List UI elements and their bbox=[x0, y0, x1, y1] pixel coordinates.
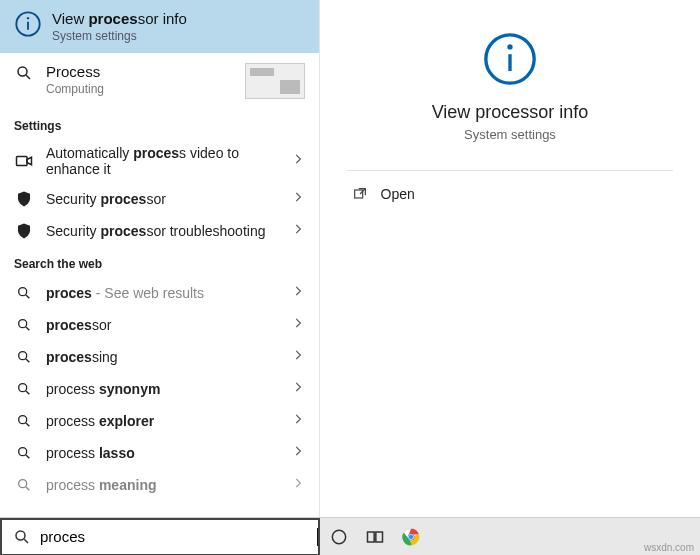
result-process-thumbnail bbox=[245, 63, 305, 99]
open-label: Open bbox=[381, 186, 415, 202]
chevron-right-icon bbox=[291, 222, 305, 240]
shield-icon bbox=[14, 189, 34, 209]
svg-line-11 bbox=[26, 359, 29, 362]
web-item-label: processor bbox=[46, 317, 291, 333]
chevron-right-icon bbox=[291, 152, 305, 170]
web-item[interactable]: processor bbox=[0, 309, 319, 341]
bottom-bar bbox=[0, 517, 700, 555]
settings-item-label: Security processor troubleshooting bbox=[46, 223, 291, 239]
web-item-label: process meaning bbox=[46, 477, 291, 493]
chevron-right-icon bbox=[291, 348, 305, 366]
web-item[interactable]: process lasso bbox=[0, 437, 319, 469]
settings-item-video-enhance[interactable]: Automatically process video to enhance i… bbox=[0, 139, 319, 183]
search-icon bbox=[14, 411, 34, 431]
detail-panel: View processor info System settings Open bbox=[320, 0, 700, 517]
svg-point-14 bbox=[19, 416, 27, 424]
web-item-label: processing bbox=[46, 349, 291, 365]
best-match-text: View processor info System settings bbox=[52, 10, 305, 43]
settings-item-security-processor[interactable]: Security processor bbox=[0, 183, 319, 215]
best-match-title: View processor info bbox=[52, 10, 305, 27]
search-icon bbox=[14, 475, 34, 495]
text-cursor bbox=[317, 528, 318, 546]
search-icon bbox=[14, 443, 34, 463]
open-action[interactable]: Open bbox=[347, 171, 674, 217]
info-icon bbox=[481, 30, 539, 88]
web-item[interactable]: process synonym bbox=[0, 373, 319, 405]
svg-point-6 bbox=[19, 288, 27, 296]
search-box[interactable] bbox=[0, 518, 320, 556]
results-panel: View processor info System settings Proc… bbox=[0, 0, 320, 517]
shield-icon bbox=[14, 221, 34, 241]
settings-list: Automatically process video to enhance i… bbox=[0, 139, 319, 247]
video-icon bbox=[14, 151, 34, 171]
chevron-right-icon bbox=[291, 412, 305, 430]
search-icon bbox=[14, 315, 34, 335]
detail-title: View processor info bbox=[432, 102, 589, 123]
web-list: proces - See web results processor proce… bbox=[0, 277, 319, 501]
svg-point-22 bbox=[507, 44, 512, 49]
chevron-right-icon bbox=[291, 284, 305, 302]
chevron-right-icon bbox=[291, 380, 305, 398]
svg-line-13 bbox=[26, 391, 29, 394]
svg-point-16 bbox=[19, 448, 27, 456]
svg-point-3 bbox=[18, 67, 27, 76]
result-process-subtitle: Computing bbox=[46, 82, 245, 96]
result-process-title: Process bbox=[46, 63, 245, 80]
task-view-icon[interactable] bbox=[364, 526, 386, 548]
svg-line-26 bbox=[24, 539, 28, 543]
web-item-label: process synonym bbox=[46, 381, 291, 397]
search-icon bbox=[14, 379, 34, 399]
web-item[interactable]: process meaning bbox=[0, 469, 319, 501]
search-icon bbox=[14, 283, 34, 303]
svg-point-33 bbox=[409, 534, 413, 538]
web-item-label: process explorer bbox=[46, 413, 291, 429]
svg-line-15 bbox=[26, 423, 29, 426]
result-process-text: Process Computing bbox=[46, 63, 245, 96]
section-header-web: Search the web bbox=[0, 247, 319, 277]
section-header-settings: Settings bbox=[0, 109, 319, 139]
info-icon bbox=[14, 10, 42, 38]
detail-subtitle: System settings bbox=[464, 127, 556, 142]
search-icon bbox=[12, 527, 32, 547]
chevron-right-icon bbox=[291, 476, 305, 494]
settings-item-security-troubleshoot[interactable]: Security processor troubleshooting bbox=[0, 215, 319, 247]
web-item-label: proces - See web results bbox=[46, 285, 291, 301]
chevron-right-icon bbox=[291, 190, 305, 208]
svg-point-10 bbox=[19, 352, 27, 360]
svg-line-17 bbox=[26, 455, 29, 458]
svg-rect-23 bbox=[354, 190, 362, 198]
search-input[interactable] bbox=[40, 528, 316, 545]
chrome-icon[interactable] bbox=[400, 526, 422, 548]
svg-point-25 bbox=[16, 531, 25, 540]
svg-point-12 bbox=[19, 384, 27, 392]
settings-item-label: Automatically process video to enhance i… bbox=[46, 145, 291, 177]
web-item[interactable]: process explorer bbox=[0, 405, 319, 437]
svg-rect-28 bbox=[368, 532, 375, 542]
svg-line-4 bbox=[26, 75, 30, 79]
search-icon bbox=[14, 63, 34, 83]
svg-point-2 bbox=[27, 17, 29, 19]
web-item-label: process lasso bbox=[46, 445, 291, 461]
svg-point-18 bbox=[19, 480, 27, 488]
open-icon bbox=[351, 185, 369, 203]
svg-rect-5 bbox=[17, 157, 28, 166]
web-item[interactable]: proces - See web results bbox=[0, 277, 319, 309]
search-icon bbox=[14, 347, 34, 367]
cortana-icon[interactable] bbox=[328, 526, 350, 548]
svg-point-8 bbox=[19, 320, 27, 328]
svg-rect-29 bbox=[376, 532, 383, 542]
svg-line-19 bbox=[26, 487, 29, 490]
web-item[interactable]: processing bbox=[0, 341, 319, 373]
watermark: wsxdn.com bbox=[644, 542, 694, 553]
chevron-right-icon bbox=[291, 444, 305, 462]
svg-point-27 bbox=[332, 530, 345, 543]
result-process[interactable]: Process Computing bbox=[0, 53, 319, 109]
chevron-right-icon bbox=[291, 316, 305, 334]
best-match-subtitle: System settings bbox=[52, 29, 305, 43]
settings-item-label: Security processor bbox=[46, 191, 291, 207]
best-match-item[interactable]: View processor info System settings bbox=[0, 0, 319, 53]
svg-line-9 bbox=[26, 327, 29, 330]
svg-line-7 bbox=[26, 295, 29, 298]
